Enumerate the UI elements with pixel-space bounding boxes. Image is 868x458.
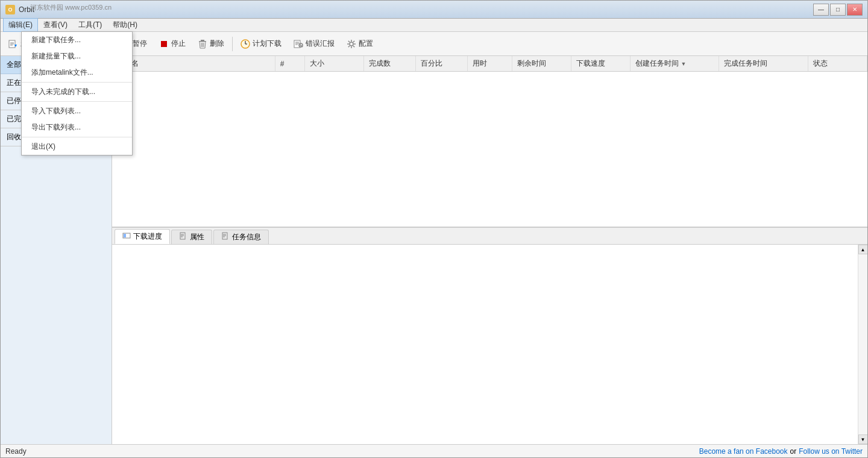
status-links-separator: or bbox=[790, 447, 797, 456]
bottom-content: ▲ ▼ bbox=[112, 245, 867, 444]
app-window: O Orbit — □ ✕ 河东软件园 www.pc0359.cn 编辑(E) … bbox=[0, 0, 868, 458]
app-icon: O bbox=[5, 5, 15, 14]
bottom-scrollbar[interactable]: ▲ ▼ bbox=[858, 245, 867, 444]
menu-export-list[interactable]: 导出下载列表... bbox=[22, 119, 132, 136]
sort-arrow: ▼ bbox=[681, 61, 686, 67]
svg-rect-8 bbox=[161, 41, 167, 47]
schedule-label: 计划下载 bbox=[253, 39, 281, 49]
col-status-label: 状态 bbox=[813, 59, 828, 67]
col-created-time[interactable]: 创建任务时间 ▼ bbox=[631, 56, 719, 72]
menu-new-task[interactable]: 新建下载任务... bbox=[22, 32, 132, 48]
config-label: 配置 bbox=[359, 39, 373, 49]
error-report-button[interactable]: 错误汇报 bbox=[288, 34, 340, 54]
menu-import-list[interactable]: 导入下载列表... bbox=[22, 103, 132, 119]
menu-exit[interactable]: 退出(X) bbox=[22, 139, 132, 155]
col-completed-time[interactable]: 完成任务时间 bbox=[719, 56, 808, 72]
delete-button[interactable]: 删除 bbox=[192, 34, 230, 54]
delete-label: 删除 bbox=[210, 39, 224, 49]
dropdown-separator-2 bbox=[22, 101, 132, 102]
col-size-label: 大小 bbox=[310, 59, 324, 67]
tab-task-info-label: 任务信息 bbox=[232, 232, 261, 242]
error-report-icon bbox=[294, 39, 303, 49]
col-completed[interactable]: 完成数 bbox=[363, 56, 415, 72]
svg-line-32 bbox=[348, 46, 350, 47]
tab-download-progress[interactable]: 下载进度 bbox=[115, 229, 170, 244]
menu-new-batch[interactable]: 新建批量下载... bbox=[22, 48, 132, 64]
menu-view[interactable]: 查看(V) bbox=[38, 18, 73, 32]
config-icon bbox=[347, 39, 356, 49]
svg-rect-9 bbox=[201, 40, 204, 41]
stop-icon bbox=[159, 39, 169, 49]
svg-line-30 bbox=[353, 46, 354, 47]
main-content: 文件名 # 大小 完成数 百分比 bbox=[112, 56, 867, 444]
bottom-tabs: 下载进度 属性 bbox=[112, 228, 867, 245]
close-button[interactable]: ✕ bbox=[847, 4, 863, 16]
schedule-icon bbox=[241, 39, 250, 49]
scroll-up-arrow[interactable]: ▲ bbox=[858, 245, 868, 254]
menu-bar: 编辑(E) 查看(V) 工具(T) 帮助(H) bbox=[1, 19, 867, 32]
col-percent[interactable]: 百分比 bbox=[415, 56, 467, 72]
task-info-tab-icon bbox=[221, 232, 230, 242]
col-time-remaining[interactable]: 剩余时间 bbox=[512, 56, 571, 72]
dropdown-separator-1 bbox=[22, 82, 132, 83]
table-header-row: 文件名 # 大小 完成数 百分比 bbox=[112, 56, 867, 72]
col-time-used-label: 用时 bbox=[473, 59, 487, 67]
col-speed[interactable]: 下载速度 bbox=[571, 56, 630, 72]
title-bar: O Orbit — □ ✕ bbox=[1, 1, 867, 19]
twitter-link[interactable]: Follow us on Twitter bbox=[799, 447, 863, 456]
tab-download-progress-label: 下载进度 bbox=[133, 231, 162, 242]
tab-properties-label: 属性 bbox=[190, 232, 204, 242]
delete-icon bbox=[198, 39, 207, 49]
stop-label: 停止 bbox=[171, 39, 186, 49]
window-title: Orbit bbox=[19, 5, 813, 14]
col-time-used[interactable]: 用时 bbox=[467, 56, 512, 72]
col-speed-label: 下载速度 bbox=[576, 59, 605, 67]
maximize-button[interactable]: □ bbox=[830, 4, 846, 16]
status-text: Ready bbox=[5, 447, 27, 456]
download-table: 文件名 # 大小 完成数 百分比 bbox=[112, 56, 867, 72]
stop-button[interactable]: 停止 bbox=[154, 34, 191, 54]
menu-add-metalink[interactable]: 添加metalink文件... bbox=[22, 64, 132, 81]
status-bar: Ready Become a fan on Facebook or Follow… bbox=[1, 444, 867, 457]
facebook-link[interactable]: Become a fan on Facebook bbox=[699, 447, 788, 456]
col-completed-time-label: 完成任务时间 bbox=[724, 59, 767, 67]
col-size[interactable]: 大小 bbox=[304, 56, 363, 72]
download-progress-tab-icon bbox=[122, 231, 131, 242]
svg-line-31 bbox=[353, 40, 354, 42]
svg-rect-34 bbox=[124, 234, 126, 237]
col-time-remaining-label: 剩余时间 bbox=[517, 59, 546, 67]
svg-line-29 bbox=[348, 40, 350, 42]
dropdown-menu: 新建下载任务... 新建批量下载... 添加metalink文件... 导入未完… bbox=[21, 31, 133, 155]
status-links: Become a fan on Facebook or Follow us on… bbox=[699, 447, 863, 456]
properties-tab-icon bbox=[179, 232, 187, 242]
col-filename[interactable]: 文件名 bbox=[112, 56, 275, 72]
col-status[interactable]: 状态 bbox=[808, 56, 867, 72]
menu-help[interactable]: 帮助(H) bbox=[107, 18, 143, 32]
pause-label: 暂停 bbox=[133, 39, 147, 49]
error-report-label: 错误汇报 bbox=[306, 39, 335, 49]
menu-import-unfinished[interactable]: 导入未完成的下载... bbox=[22, 84, 132, 100]
col-hash[interactable]: # bbox=[275, 56, 304, 72]
col-hash-label: # bbox=[280, 60, 285, 68]
col-percent-label: 百分比 bbox=[421, 59, 442, 67]
tab-properties[interactable]: 属性 bbox=[171, 230, 212, 244]
schedule-button[interactable]: 计划下载 bbox=[235, 34, 287, 54]
scroll-down-arrow[interactable]: ▼ bbox=[858, 434, 868, 444]
new-download-icon bbox=[8, 39, 18, 49]
config-button[interactable]: 配置 bbox=[341, 34, 379, 54]
minimize-button[interactable]: — bbox=[813, 4, 829, 16]
dropdown-separator-3 bbox=[22, 137, 132, 137]
col-created-time-label: 创建任务时间 bbox=[635, 59, 679, 67]
menu-tools[interactable]: 工具(T) bbox=[73, 18, 107, 32]
col-completed-label: 完成数 bbox=[369, 59, 391, 67]
bottom-panel: 下载进度 属性 bbox=[112, 227, 867, 444]
menu-file[interactable]: 编辑(E) bbox=[3, 18, 38, 32]
table-area[interactable]: 文件名 # 大小 完成数 百分比 bbox=[112, 56, 867, 227]
tab-task-info[interactable]: 任务信息 bbox=[213, 230, 269, 244]
toolbar-separator-1 bbox=[232, 37, 233, 51]
svg-point-24 bbox=[350, 42, 353, 46]
window-controls: — □ ✕ bbox=[813, 4, 863, 16]
